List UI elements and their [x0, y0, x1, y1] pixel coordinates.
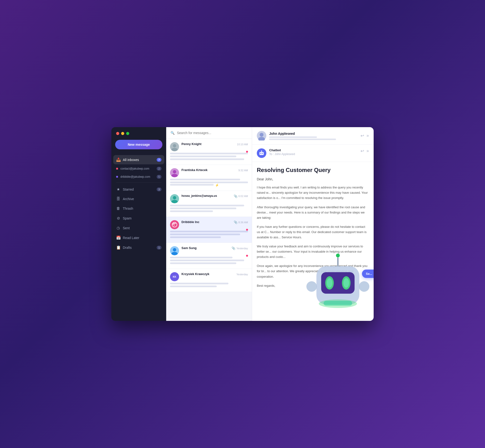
sidebar-item-archive[interactable]: 🗄 Archive — [113, 194, 164, 203]
msg-name-6: Krzysiek Krawczyk — [181, 272, 209, 276]
msg-name-1: Penny Knight — [181, 142, 202, 146]
message-item-2[interactable]: Frantiska Krtecek 9:32 AM ⚡ — [166, 165, 252, 191]
reply-chatbot-button[interactable]: ↩ — [360, 148, 364, 154]
email-address-label-2: dribbble@jakubwp.com — [120, 175, 154, 178]
svg-point-6 — [172, 222, 177, 227]
msg-time-1: 10:10 AM — [237, 143, 248, 146]
drafts-icon: 📋 — [116, 245, 120, 250]
unread-dot-4 — [246, 229, 248, 231]
sidebar-item-sent[interactable]: ◷ Sent — [113, 223, 164, 232]
msg-lines-3 — [170, 205, 248, 212]
message-item-5[interactable]: Sam Sung 📎 Yesterday — [166, 243, 252, 269]
sidebar-item-read-later[interactable]: 📅 Read Later — [113, 233, 164, 242]
sidebar-item-spam-label: Spam — [123, 216, 161, 220]
forward-button[interactable]: » — [367, 133, 369, 138]
message-item-3[interactable]: hosea_jenkins@amaya.us 📎 6:02 AM — [166, 191, 252, 217]
sent-icon: ◷ — [116, 226, 120, 230]
minimize-button[interactable] — [121, 132, 124, 135]
svg-point-5 — [172, 200, 178, 203]
chatbot-to: To : John Appleseed — [269, 152, 358, 156]
sidebar: New message 📥 All inboxes 7 contact@jaku… — [111, 127, 166, 321]
email-para-3: We truly value your feedback and aim to … — [257, 244, 369, 260]
svg-point-12 — [260, 153, 261, 154]
msg-name-2: Frantiska Krtecek — [181, 168, 207, 172]
drafts-badge: 1 — [157, 246, 161, 249]
sidebar-item-spam[interactable]: ⊘ Spam — [113, 214, 164, 223]
starred-badge: 3 — [157, 187, 161, 191]
unread-dot-1 — [246, 151, 248, 153]
reply-button[interactable]: ↩ — [360, 133, 364, 138]
archive-icon: 🗄 — [116, 197, 120, 201]
svg-rect-11 — [259, 152, 264, 155]
email-count-badge: 2 — [157, 167, 161, 171]
forward-chatbot-button[interactable]: » — [367, 148, 369, 154]
email-para-2: If you have any further questions or con… — [257, 224, 369, 240]
svg-point-2 — [173, 170, 176, 173]
search-input[interactable] — [177, 131, 248, 135]
avatar-chatbot — [257, 148, 266, 158]
svg-point-10 — [258, 137, 265, 141]
sidebar-email-dribbble[interactable]: dribbble@jakubwp.com 5 — [113, 173, 164, 181]
avatar-penny — [170, 142, 179, 151]
msg-meta-4: Dribbble Inc 📎 8:36 AM — [181, 220, 248, 224]
msg-name-5: Sam Sung — [181, 246, 197, 250]
bolt-icon: ⚡ — [215, 184, 219, 187]
svg-point-0 — [173, 144, 176, 147]
msg-name-4: Dribbble Inc — [181, 220, 199, 224]
sidebar-item-starred-label: Starred — [123, 187, 154, 191]
sidebar-item-thrash-label: Thrash — [123, 207, 161, 210]
close-button[interactable] — [116, 132, 119, 135]
svg-point-8 — [172, 252, 178, 255]
new-message-button[interactable]: New message — [115, 140, 162, 149]
maximize-button[interactable] — [126, 132, 129, 135]
avatar-dribbble — [170, 220, 179, 229]
window-controls — [111, 132, 166, 140]
msg-time-4: 8:36 AM — [238, 221, 248, 224]
email-detail: John Appleseed ↩ » — [252, 127, 374, 321]
sender-info-john: John Appleseed — [269, 132, 358, 140]
floating-action-button[interactable]: Se... — [362, 270, 374, 278]
attachment-icon-4: 📎 — [234, 220, 237, 224]
email-dot — [116, 168, 118, 170]
email-para-5: Best regards, — [257, 283, 369, 288]
msg-meta-5: Sam Sung 📎 Yesterday — [181, 246, 248, 250]
email-para-0: I hope this email finds you well. I am w… — [257, 185, 369, 201]
sidebar-item-label: All inboxes — [123, 158, 154, 162]
msg-meta-1: Penny Knight 10:10 AM — [181, 142, 248, 146]
email-para-1: After thoroughly investigating your quer… — [257, 205, 369, 220]
email-para-4: Once again, we apologize for any inconve… — [257, 263, 369, 279]
sidebar-item-drafts[interactable]: 📋 Drafts 1 — [113, 243, 164, 252]
attachment-icon-3: 📎 — [234, 194, 237, 198]
sidebar-divider — [116, 183, 161, 183]
sidebar-email-contact[interactable]: contact@jakubwp.com 2 — [113, 165, 164, 172]
msg-time-6: Yesterday — [236, 273, 248, 276]
message-item-6[interactable]: KK Krzysiek Krawczyk Yesterday — [166, 269, 252, 292]
spam-icon: ⊘ — [116, 216, 120, 220]
message-item-4[interactable]: Dribbble Inc 📎 8:36 AM — [166, 217, 252, 243]
msg-meta-6: Krzysiek Krawczyk Yesterday — [181, 272, 248, 276]
svg-point-7 — [173, 248, 176, 251]
sidebar-item-all-inboxes[interactable]: 📥 All inboxes 7 — [113, 155, 164, 164]
email-actions-chatbot: ↩ » — [360, 148, 369, 154]
msg-time-3: 6:02 AM — [238, 195, 248, 198]
sidebar-item-starred[interactable]: ★ Starred 3 — [113, 185, 164, 194]
sidebar-item-drafts-label: Drafts — [123, 246, 154, 249]
msg-time-2: 9:32 AM — [238, 169, 248, 172]
email-subject: Resolving Customer Query — [257, 167, 369, 173]
sidebar-item-read-later-label: Read Later — [123, 236, 161, 240]
email-actions-john: ↩ » — [360, 133, 369, 138]
msg-lines-4 — [170, 231, 248, 238]
message-item-1[interactable]: Penny Knight 10:10 AM — [166, 139, 252, 165]
msg-meta-2: Frantiska Krtecek 9:32 AM — [181, 168, 248, 172]
avatar-frantiska — [170, 168, 179, 177]
msg-lines-5 — [170, 257, 248, 264]
email-greeting: Dear John, — [257, 177, 369, 181]
chatbot-info: Chatbot To : John Appleseed — [269, 148, 358, 156]
msg-time-5: Yesterday — [236, 247, 248, 250]
chatbot-name: Chatbot — [269, 148, 358, 152]
msg-lines-2: ⚡ — [170, 179, 248, 186]
sidebar-item-thrash[interactable]: 🗑 Thrash — [113, 204, 164, 213]
msg-lines-1 — [170, 153, 248, 160]
email-body: Resolving Customer Query Dear John, I ho… — [252, 162, 374, 321]
msg-lines-6 — [170, 283, 248, 287]
